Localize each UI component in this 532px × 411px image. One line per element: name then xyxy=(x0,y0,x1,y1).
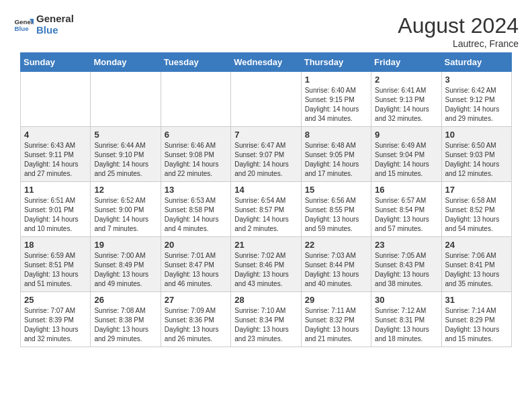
day-number: 13 xyxy=(165,185,227,195)
calendar-cell: 26Sunrise: 7:08 AM Sunset: 8:38 PM Dayli… xyxy=(91,292,161,347)
calendar-day-header: Tuesday xyxy=(161,53,230,72)
day-info: Sunrise: 7:01 AM Sunset: 8:47 PM Dayligh… xyxy=(165,251,227,289)
day-info: Sunrise: 6:50 AM Sunset: 9:03 PM Dayligh… xyxy=(445,141,508,179)
calendar-cell: 18Sunrise: 6:59 AM Sunset: 8:51 PM Dayli… xyxy=(21,237,91,292)
calendar-cell: 5Sunrise: 6:44 AM Sunset: 9:10 PM Daylig… xyxy=(91,127,161,182)
calendar-cell: 20Sunrise: 7:01 AM Sunset: 8:47 PM Dayli… xyxy=(161,237,230,292)
day-info: Sunrise: 7:10 AM Sunset: 8:34 PM Dayligh… xyxy=(234,306,297,344)
day-info: Sunrise: 6:42 AM Sunset: 9:12 PM Dayligh… xyxy=(445,86,508,124)
day-info: Sunrise: 6:58 AM Sunset: 8:52 PM Dayligh… xyxy=(445,196,508,234)
calendar-cell: 16Sunrise: 6:57 AM Sunset: 8:54 PM Dayli… xyxy=(371,182,441,237)
calendar-cell: 1Sunrise: 6:40 AM Sunset: 9:15 PM Daylig… xyxy=(301,72,371,127)
calendar-day-header: Friday xyxy=(371,53,441,72)
calendar-cell xyxy=(231,72,301,127)
calendar-cell: 27Sunrise: 7:09 AM Sunset: 8:36 PM Dayli… xyxy=(161,292,230,347)
day-number: 2 xyxy=(375,75,437,85)
day-info: Sunrise: 7:08 AM Sunset: 8:38 PM Dayligh… xyxy=(94,306,157,344)
calendar-cell: 8Sunrise: 6:48 AM Sunset: 9:05 PM Daylig… xyxy=(301,127,371,182)
day-number: 22 xyxy=(305,240,367,250)
calendar-week-row: 18Sunrise: 6:59 AM Sunset: 8:51 PM Dayli… xyxy=(21,237,512,292)
day-info: Sunrise: 7:09 AM Sunset: 8:36 PM Dayligh… xyxy=(165,306,227,344)
calendar-cell: 23Sunrise: 7:05 AM Sunset: 8:43 PM Dayli… xyxy=(371,237,441,292)
day-info: Sunrise: 7:00 AM Sunset: 8:49 PM Dayligh… xyxy=(94,251,157,289)
day-info: Sunrise: 6:46 AM Sunset: 9:08 PM Dayligh… xyxy=(165,141,227,179)
day-number: 10 xyxy=(445,130,508,140)
calendar-cell: 31Sunrise: 7:14 AM Sunset: 8:29 PM Dayli… xyxy=(441,292,511,347)
calendar-cell: 25Sunrise: 7:07 AM Sunset: 8:39 PM Dayli… xyxy=(21,292,91,347)
day-number: 30 xyxy=(375,295,437,305)
calendar-cell xyxy=(21,72,91,127)
day-number: 14 xyxy=(234,185,297,195)
day-number: 16 xyxy=(375,185,437,195)
calendar-cell: 22Sunrise: 7:03 AM Sunset: 8:44 PM Dayli… xyxy=(301,237,371,292)
day-info: Sunrise: 6:53 AM Sunset: 8:58 PM Dayligh… xyxy=(165,196,227,234)
header: General Blue General Blue August 2024 La… xyxy=(7,7,525,52)
day-number: 25 xyxy=(24,295,87,305)
day-number: 4 xyxy=(24,130,87,140)
day-info: Sunrise: 7:06 AM Sunset: 8:41 PM Dayligh… xyxy=(445,251,508,289)
calendar-cell: 7Sunrise: 6:47 AM Sunset: 9:07 PM Daylig… xyxy=(231,127,301,182)
svg-text:Blue: Blue xyxy=(15,25,30,32)
calendar-day-header: Saturday xyxy=(441,53,511,72)
month-year: August 2024 xyxy=(398,13,519,38)
day-number: 17 xyxy=(445,185,508,195)
day-number: 9 xyxy=(375,130,437,140)
day-number: 1 xyxy=(305,75,367,85)
calendar-cell: 12Sunrise: 6:52 AM Sunset: 9:00 PM Dayli… xyxy=(91,182,161,237)
day-info: Sunrise: 7:05 AM Sunset: 8:43 PM Dayligh… xyxy=(375,251,437,289)
day-info: Sunrise: 6:59 AM Sunset: 8:51 PM Dayligh… xyxy=(24,251,87,289)
day-info: Sunrise: 6:54 AM Sunset: 8:57 PM Dayligh… xyxy=(234,196,297,234)
day-number: 19 xyxy=(94,240,157,250)
calendar-cell: 17Sunrise: 6:58 AM Sunset: 8:52 PM Dayli… xyxy=(441,182,511,237)
day-number: 11 xyxy=(24,185,87,195)
logo-blue-text: Blue xyxy=(36,25,74,36)
calendar-header-row: SundayMondayTuesdayWednesdayThursdayFrid… xyxy=(21,53,512,72)
calendar-cell xyxy=(161,72,230,127)
calendar-day-header: Thursday xyxy=(301,53,371,72)
calendar-cell: 29Sunrise: 7:11 AM Sunset: 8:32 PM Dayli… xyxy=(301,292,371,347)
calendar-cell: 21Sunrise: 7:02 AM Sunset: 8:46 PM Dayli… xyxy=(231,237,301,292)
day-number: 24 xyxy=(445,240,508,250)
calendar-day-header: Sunday xyxy=(21,53,91,72)
day-info: Sunrise: 7:03 AM Sunset: 8:44 PM Dayligh… xyxy=(305,251,367,289)
day-number: 6 xyxy=(165,130,227,140)
day-info: Sunrise: 6:56 AM Sunset: 8:55 PM Dayligh… xyxy=(305,196,367,234)
calendar-cell: 30Sunrise: 7:12 AM Sunset: 8:31 PM Dayli… xyxy=(371,292,441,347)
day-info: Sunrise: 7:07 AM Sunset: 8:39 PM Dayligh… xyxy=(24,306,87,344)
calendar-day-header: Monday xyxy=(91,53,161,72)
day-info: Sunrise: 6:44 AM Sunset: 9:10 PM Dayligh… xyxy=(94,141,157,179)
title-area: August 2024 Lautrec, France xyxy=(398,13,519,49)
calendar-cell: 14Sunrise: 6:54 AM Sunset: 8:57 PM Dayli… xyxy=(231,182,301,237)
day-number: 21 xyxy=(234,240,297,250)
day-number: 23 xyxy=(375,240,437,250)
location: Lautrec, France xyxy=(398,38,519,49)
calendar-cell: 11Sunrise: 6:51 AM Sunset: 9:01 PM Dayli… xyxy=(21,182,91,237)
day-info: Sunrise: 6:57 AM Sunset: 8:54 PM Dayligh… xyxy=(375,196,437,234)
calendar-cell: 6Sunrise: 6:46 AM Sunset: 9:08 PM Daylig… xyxy=(161,127,230,182)
calendar-cell: 28Sunrise: 7:10 AM Sunset: 8:34 PM Dayli… xyxy=(231,292,301,347)
day-number: 20 xyxy=(165,240,227,250)
day-number: 15 xyxy=(305,185,367,195)
day-info: Sunrise: 6:47 AM Sunset: 9:07 PM Dayligh… xyxy=(234,141,297,179)
day-number: 7 xyxy=(234,130,297,140)
day-number: 5 xyxy=(94,130,157,140)
calendar-cell: 13Sunrise: 6:53 AM Sunset: 8:58 PM Dayli… xyxy=(161,182,230,237)
calendar-week-row: 11Sunrise: 6:51 AM Sunset: 9:01 PM Dayli… xyxy=(21,182,512,237)
day-info: Sunrise: 6:40 AM Sunset: 9:15 PM Dayligh… xyxy=(305,86,367,124)
day-number: 31 xyxy=(445,295,508,305)
day-info: Sunrise: 7:11 AM Sunset: 8:32 PM Dayligh… xyxy=(305,306,367,344)
calendar-day-header: Wednesday xyxy=(231,53,301,72)
calendar-cell: 24Sunrise: 7:06 AM Sunset: 8:41 PM Dayli… xyxy=(441,237,511,292)
calendar-cell: 3Sunrise: 6:42 AM Sunset: 9:12 PM Daylig… xyxy=(441,72,511,127)
calendar-week-row: 1Sunrise: 6:40 AM Sunset: 9:15 PM Daylig… xyxy=(21,72,512,127)
calendar-cell: 19Sunrise: 7:00 AM Sunset: 8:49 PM Dayli… xyxy=(91,237,161,292)
day-number: 28 xyxy=(234,295,297,305)
logo-icon: General Blue xyxy=(13,15,34,35)
day-info: Sunrise: 6:51 AM Sunset: 9:01 PM Dayligh… xyxy=(24,196,87,234)
day-info: Sunrise: 6:49 AM Sunset: 9:04 PM Dayligh… xyxy=(375,141,437,179)
calendar-cell: 9Sunrise: 6:49 AM Sunset: 9:04 PM Daylig… xyxy=(371,127,441,182)
calendar-table: SundayMondayTuesdayWednesdayThursdayFrid… xyxy=(20,52,512,347)
day-number: 26 xyxy=(94,295,157,305)
day-number: 12 xyxy=(94,185,157,195)
day-info: Sunrise: 6:52 AM Sunset: 9:00 PM Dayligh… xyxy=(94,196,157,234)
